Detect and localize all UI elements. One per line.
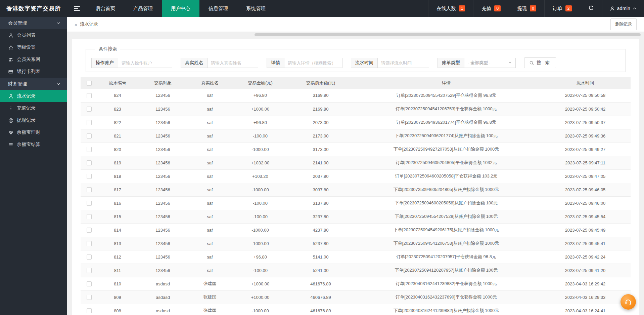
top-nav-item-1[interactable]: 产品管理 [124,0,162,17]
menu-toggle-icon[interactable] [67,0,87,17]
sidebar-group-5[interactable]: 财务管理 [0,78,67,90]
row-checkbox[interactable] [87,201,92,206]
trade-target-cell: 123456 [138,264,188,277]
row-checkbox[interactable] [87,174,92,179]
top-nav-item-4[interactable]: 系统管理 [237,0,275,17]
row-checkbox[interactable] [87,295,92,300]
table-row: 810asdasd张建国+1000.00461676.89订单[20230403… [81,277,631,290]
time-cell: 2023-07-25 09:50:37 [540,116,631,129]
amount-cell: +1032.00 [232,156,289,169]
amount-cell: -1000.00 [232,237,289,250]
detail-cell: 订单[20230725094605204805]平仓获得金额 1032元 [353,156,540,169]
top-nav-item-2[interactable]: 用户中心 [162,0,199,17]
row-checkbox[interactable] [87,147,92,152]
sidebar-group-label: 财务管理 [8,81,27,87]
refresh-button[interactable] [580,0,602,17]
stat-online-users[interactable]: 在线人数1 [428,0,473,17]
sidebar-item-3[interactable]: 会员关系网 [0,53,67,66]
sidebar-item-2[interactable]: 等级设置 [0,41,67,53]
stat-withdraw-label: 提现 [517,5,527,12]
row-checkbox[interactable] [87,241,92,246]
flow-id-cell: 813 [97,237,138,250]
stat-orders-label: 订单 [553,5,562,12]
search-input-3[interactable] [378,58,429,68]
detail-cell: 下单[20230403162441239882]从账户扣除金额 1000元 [353,304,540,315]
trade-target-cell: 123456 [138,237,188,250]
trade-target-cell: 123456 [138,223,188,237]
stat-recharge[interactable]: 充值0 [473,0,509,17]
table-row: 821123456saf-100.002173.00下单[20230725094… [81,129,631,143]
select-all-checkbox[interactable] [87,81,92,86]
top-nav-item-0[interactable]: 后台首页 [87,0,124,17]
row-checkbox[interactable] [87,254,92,260]
time-cell: 2023-07-25 09:42:24 [540,250,631,264]
search-row: 操作账户真实姓名详情流水时间账单类型- 全部类型 -搜 索 [91,57,625,68]
row-select-cell [81,237,97,250]
bill-type-select[interactable]: - 全部类型 - [464,58,515,68]
amount-cell: -1000.00 [232,183,289,196]
trade-target-cell: asdasd [138,277,188,290]
content-card: 条件搜索 操作账户真实姓名详情流水时间账单类型- 全部类型 -搜 索 流水编号交… [72,39,639,315]
flow-id-cell: 821 [97,129,138,143]
search-button[interactable]: 搜 索 [524,57,556,68]
stat-withdraw[interactable]: 提现0 [509,0,544,17]
sidebar-item-label: 会员列表 [17,32,36,38]
amount-cell: -1000.00 [232,223,289,237]
sidebar-item-8[interactable]: 提现记录 [0,114,67,126]
table-row: 819123456saf+1032.002141.00订单[2023072509… [81,156,631,169]
detail-cell: 订单[20230725094936201774]平仓获得金额 96.8元 [353,116,540,129]
sidebar-item-6[interactable]: 流水记录 [0,90,67,102]
delete-records-button[interactable]: 删除记录 [610,18,637,30]
row-checkbox[interactable] [87,308,92,313]
search-fieldset: 条件搜索 操作账户真实姓名详情流水时间账单类型- 全部类型 -搜 索 [86,46,626,72]
search-field-3: 流水时间 [351,58,429,68]
time-cell: 2023-07-25 09:49:36 [540,129,631,143]
trade-target-cell: 123456 [138,156,188,169]
row-checkbox[interactable] [87,107,92,112]
sidebar-group-0[interactable]: 会员管理 [0,17,67,29]
sidebar-item-4[interactable]: 银行卡列表 [0,66,67,78]
amount-cell: -100.00 [232,196,289,210]
realname-cell: saf [188,89,232,102]
trade-target-cell: 123456 [138,196,188,210]
customer-service-button[interactable] [620,294,636,310]
realname-cell: 张建国 [188,304,232,315]
balance-cell: 4237.80 [289,223,353,237]
trade-target-cell: 123456 [138,89,188,102]
table-row: 823123456saf+1000.002169.80订单[2023072509… [81,102,631,116]
horizontal-scrollbar-track [67,32,644,39]
row-select-cell [81,102,97,116]
row-checkbox[interactable] [87,160,92,165]
user-icon [8,33,13,38]
sidebar-item-1[interactable]: 会员列表 [0,29,67,41]
user-menu[interactable]: admin [602,0,644,17]
row-checkbox[interactable] [87,120,92,125]
row-checkbox[interactable] [87,187,92,192]
search-field-label: 真实姓名 [181,58,208,68]
trade-target-cell: asdasd [138,290,188,304]
row-checkbox[interactable] [87,228,92,233]
search-input-2[interactable] [284,58,342,68]
realname-cell: saf [188,143,232,156]
row-checkbox[interactable] [87,133,92,139]
row-checkbox[interactable] [87,281,92,286]
sidebar-item-7[interactable]: 充值记录 [0,102,67,114]
sidebar-item-label: 银行卡列表 [17,69,40,75]
time-cell: 2023-04-03 16:29:42 [540,277,631,290]
table-header-row: 流水编号交易对象真实姓名交易金额(元)交易前余额(元)详情流水时间 [81,77,631,89]
search-input-1[interactable] [208,58,258,68]
chevron-down-icon [56,21,61,26]
stat-orders[interactable]: 订单2 [544,0,580,17]
sidebar-item-9[interactable]: 余额宝理财 [0,126,67,139]
row-checkbox[interactable] [87,93,92,98]
top-nav-item-3[interactable]: 信息管理 [199,0,237,17]
horizontal-scrollbar-thumb[interactable] [255,33,641,36]
sidebar-item-label: 流水记录 [17,93,36,99]
balance-cell: 461676.89 [289,277,353,290]
row-checkbox[interactable] [87,268,92,273]
search-input-0[interactable] [118,58,172,68]
sidebar-item-10[interactable]: 余额宝结算 [0,139,67,151]
row-checkbox[interactable] [87,214,92,219]
detail-cell: 订单[20230725094554207529]平仓获得金额 96.8元 [353,89,540,102]
col-header-5: 详情 [353,77,540,89]
